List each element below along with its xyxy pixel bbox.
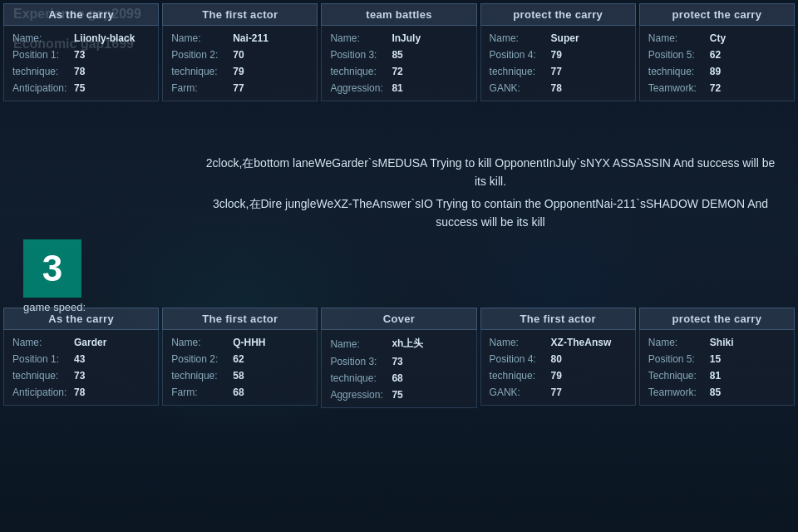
field-value: 89 (710, 66, 721, 77)
field-label: Position 2: (171, 49, 229, 61)
card-field-row: GANK:78 (490, 82, 627, 94)
card-field-row: Anticipation:78 (12, 387, 150, 398)
field-label: technique: (490, 370, 548, 382)
top-card-col-2: team battlesName:InJulyPosition 3:85tech… (321, 3, 476, 101)
card-field-row: Farm:68 (171, 387, 308, 398)
card-field-row: Name:Cty (648, 32, 786, 44)
card-field-row: Position 2:62 (171, 353, 308, 365)
card-field-row: Name:InJuly (330, 32, 467, 44)
card-field-row: Teamwork:72 (648, 82, 786, 94)
bottom-card-header-1: The first actor (162, 308, 318, 330)
field-label: Position 3: (330, 49, 388, 61)
card-field-row: Position 3:85 (330, 49, 467, 61)
field-value: Nai-211 (233, 32, 268, 44)
field-value: 73 (74, 49, 85, 61)
card-field-row: Farm:77 (171, 82, 308, 94)
top-card-col-4: protect the carryName:CtyPosition 5:62te… (639, 3, 795, 101)
card-field-row: Position 5:62 (648, 49, 786, 61)
field-label: Name: (330, 32, 388, 44)
field-label: technique: (490, 66, 548, 77)
card-field-row: technique:77 (490, 66, 627, 77)
bottom-card-header-4: protect the carry (639, 308, 795, 330)
field-value: InJuly (392, 32, 421, 44)
card-field-row: Name:Garder (12, 337, 150, 348)
top-card-header-3: protect the carry (480, 3, 636, 26)
center-analysis-text: 2clock,在bottom laneWeGarder`sMEDUSA Tryi… (183, 154, 798, 235)
field-label: Position 5: (648, 49, 707, 61)
field-label: Position 3: (330, 356, 388, 367)
speed-number: 3 (42, 248, 62, 289)
bottom-card-col-2: CoverName:xh上头Position 3:73technique:68A… (321, 308, 476, 408)
card-field-row: Name:xh上头 (330, 337, 467, 351)
field-value: 79 (551, 370, 562, 382)
card-field-row: Position 5:15 (648, 353, 786, 365)
bottom-card-col-3: The first actorName:XZ-TheAnswPosition 4… (480, 308, 636, 408)
field-label: Name: (12, 337, 71, 348)
field-value: 77 (551, 387, 562, 398)
field-label: Name: (12, 32, 71, 44)
field-label: Name: (490, 337, 548, 348)
field-label: Anticipation: (12, 82, 71, 94)
field-value: 73 (74, 370, 85, 382)
field-label: Technique: (648, 370, 707, 382)
bottom-card-body-4: Name:ShikiPosition 5:15Technique:81Teamw… (639, 330, 795, 406)
bottom-card-body-3: Name:XZ-TheAnswPosition 4:80technique:79… (480, 330, 636, 406)
field-label: Position 4: (490, 49, 548, 61)
field-value: 80 (551, 353, 562, 365)
bottom-card-col-4: protect the carryName:ShikiPosition 5:15… (639, 308, 795, 408)
field-value: Cty (710, 32, 726, 44)
field-value: 79 (551, 49, 562, 61)
field-label: GANK: (490, 82, 548, 94)
field-label: technique: (330, 66, 388, 77)
top-card-body-3: Name:SuperPosition 4:79technique:77GANK:… (480, 26, 636, 101)
top-card-col-3: protect the carryName:SuperPosition 4:79… (480, 3, 636, 101)
field-value: 78 (551, 82, 562, 94)
top-card-header-0: As the carry (3, 3, 159, 26)
bottom-card-col-1: The first actorName:Q-HHHPosition 2:62te… (162, 308, 318, 408)
game-speed-label: game speed: (23, 301, 86, 313)
field-value: 43 (74, 353, 85, 365)
top-cards-row: As the carryName:Liionly-blackPosition 1… (0, 0, 798, 101)
field-value: 73 (392, 356, 402, 367)
top-card-header-1: The first actor (162, 3, 318, 26)
top-card-col-1: The first actorName:Nai-211Position 2:70… (162, 3, 318, 101)
field-value: 78 (74, 387, 85, 398)
card-field-row: Name:Q-HHH (171, 337, 308, 348)
card-field-row: technique:89 (648, 66, 786, 77)
card-field-row: Position 3:73 (330, 356, 467, 367)
card-field-row: Aggression:81 (330, 82, 467, 94)
top-card-header-2: team battles (321, 3, 476, 26)
field-label: technique: (12, 370, 71, 382)
card-field-row: Position 1:73 (12, 49, 150, 61)
card-field-row: Position 1:43 (12, 353, 150, 365)
field-value: 15 (710, 353, 721, 365)
field-label: technique: (171, 66, 229, 77)
field-label: Position 1: (12, 353, 71, 365)
field-label: Name: (648, 32, 707, 44)
field-value: 79 (233, 66, 244, 77)
card-field-row: GANK:77 (490, 387, 627, 398)
field-value: 70 (233, 49, 244, 61)
field-label: Farm: (171, 82, 229, 94)
field-value: 72 (392, 66, 402, 77)
field-label: Teamwork: (648, 387, 707, 398)
field-label: Position 1: (12, 49, 71, 61)
field-label: technique: (648, 66, 707, 77)
bottom-card-body-0: Name:GarderPosition 1:43technique:73Anti… (3, 330, 159, 406)
field-label: Farm: (171, 387, 229, 398)
field-label: Aggression: (330, 389, 388, 401)
speed-value-box: 3 (23, 239, 81, 298)
card-field-row: technique:68 (330, 372, 467, 384)
card-field-row: Position 2:70 (171, 49, 308, 61)
field-value: XZ-TheAnsw (551, 337, 612, 348)
card-field-row: Name:Nai-211 (171, 32, 308, 44)
analysis-line2: 3clock,在Dire jungleWeXZ-TheAnswer`sIO Tr… (200, 195, 781, 232)
card-field-row: technique:72 (330, 66, 467, 77)
field-value: Garder (74, 337, 106, 348)
field-value: 77 (551, 66, 562, 77)
field-label: Position 2: (171, 353, 229, 365)
field-value: xh上头 (392, 337, 423, 351)
bottom-card-header-2: Cover (321, 308, 476, 330)
field-value: 75 (392, 389, 402, 401)
field-value: Super (551, 32, 579, 44)
